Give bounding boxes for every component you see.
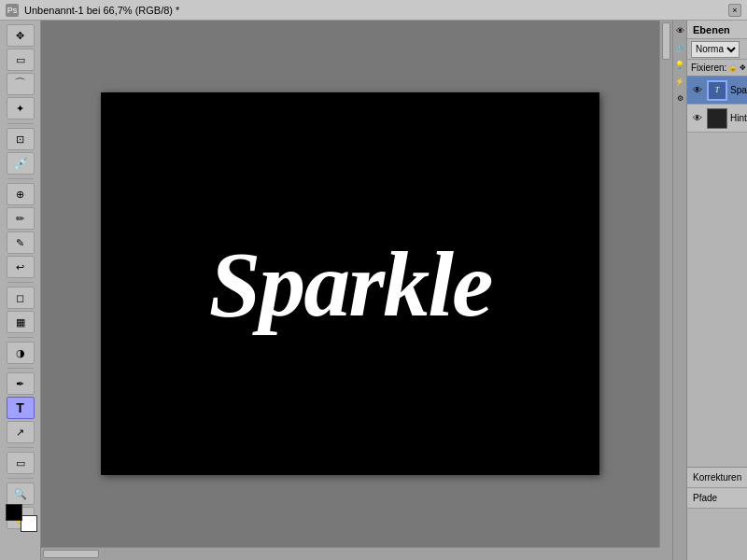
layer-thumbnail-text: T: [707, 80, 727, 101]
panel-icon-link[interactable]: 🔗: [673, 41, 686, 54]
close-button[interactable]: ×: [728, 4, 741, 17]
tool-history-brush[interactable]: ↩: [7, 256, 35, 278]
tool-clone-stamp[interactable]: ✎: [7, 231, 35, 254]
layers-title: Ebenen: [693, 24, 730, 35]
tool-magic-wand[interactable]: ✦: [7, 97, 35, 119]
right-panel-inner: 👁 🔗 💡 ⚡ ⚙ Ebenen Normal Fixieren: 🔒 ✥: [673, 21, 747, 560]
title-bar: Ps Unbenannt-1 bei 66,7% (RGB/8) * ×: [0, 0, 747, 21]
layer-visibility-eye[interactable]: 👁: [691, 84, 704, 97]
separator: [7, 368, 34, 369]
tool-crop[interactable]: ⊡: [7, 128, 35, 150]
tool-dodge[interactable]: ◑: [7, 342, 35, 364]
tool-type[interactable]: T: [7, 397, 35, 419]
canvas-document[interactable]: Sparkle: [101, 92, 599, 475]
left-toolbar: ✥ ▭ ⌒ ✦ ⊡ 💉 ⊕ ✏ ✎ ↩ ◻ ▦ ◑ ✒ T ↗ ▭ 🔍 ✋: [0, 21, 41, 560]
scrollbar-corner: [659, 547, 672, 560]
tool-pen[interactable]: ✒: [7, 372, 35, 395]
right-side-icon-bar: 👁 🔗 💡 ⚡ ⚙: [673, 21, 687, 560]
layer-name-bg: Hintergrund: [730, 113, 747, 123]
tool-lasso[interactable]: ⌒: [7, 73, 35, 95]
separator: [7, 178, 34, 179]
pfade-label: Pfade: [693, 493, 717, 503]
separator: [7, 123, 34, 124]
blend-mode-select[interactable]: Normal: [691, 41, 740, 58]
background-color-swatch[interactable]: [21, 515, 37, 532]
tool-path-select[interactable]: ↗: [7, 421, 35, 443]
layer-thumbnail-bg: [707, 108, 727, 129]
scroll-thumb-vertical[interactable]: [662, 22, 670, 60]
korrekturen-panel-header[interactable]: Korrekturen: [687, 468, 747, 488]
scroll-thumb-horizontal[interactable]: [43, 550, 99, 558]
right-main: Ebenen Normal Fixieren: 🔒 ✥ 👁 T Sparkle: [687, 21, 747, 560]
layer-item-text[interactable]: 👁 T Sparkle: [687, 77, 747, 105]
layer-visibility-eye-bg[interactable]: 👁: [691, 112, 704, 125]
tool-move[interactable]: ✥: [7, 24, 35, 47]
pfade-panel-header[interactable]: Pfade: [687, 488, 747, 509]
tool-eraser[interactable]: ◻: [7, 287, 35, 309]
tool-eyedropper[interactable]: 💉: [7, 152, 35, 175]
tool-spot-heal[interactable]: ⊕: [7, 183, 35, 205]
tool-brush[interactable]: ✏: [7, 207, 35, 230]
canvas-area: Sparkle: [41, 21, 672, 560]
tool-gradient[interactable]: ▦: [7, 311, 35, 333]
canvas-wrapper: Sparkle: [50, 30, 650, 538]
scrollbar-horizontal[interactable]: [41, 547, 659, 560]
color-boxes: [6, 504, 37, 532]
layers-panel: Ebenen Normal Fixieren: 🔒 ✥ 👁 T Sparkle: [687, 21, 747, 467]
scrollbar-vertical[interactable]: [659, 21, 672, 547]
tool-shape[interactable]: ▭: [7, 452, 35, 474]
tool-zoom[interactable]: 🔍: [7, 483, 35, 505]
separator: [7, 478, 34, 479]
bottom-panels: Korrekturen Pfade: [687, 467, 747, 560]
separator: [7, 447, 34, 448]
layer-name-text: Sparkle: [730, 85, 747, 95]
layer-item-background[interactable]: 👁 Hintergrund: [687, 105, 747, 133]
separator: [7, 282, 34, 283]
app-icon: Ps: [6, 4, 19, 17]
panel-icon-settings[interactable]: ⚙: [673, 91, 686, 105]
panel-icon-eye[interactable]: 👁: [673, 24, 686, 37]
canvas-sparkle-text: Sparkle: [209, 231, 492, 338]
document-title: Unbenannt-1 bei 66,7% (RGB/8) *: [24, 5, 723, 16]
panel-icon-light[interactable]: 💡: [673, 58, 686, 71]
separator: [7, 337, 34, 338]
foreground-color-swatch[interactable]: [6, 504, 22, 521]
layers-list: 👁 T Sparkle 👁 Hintergrund: [687, 77, 747, 467]
layers-panel-header: Ebenen: [687, 21, 747, 39]
blend-mode-row: Normal: [687, 39, 747, 60]
tool-marquee-rect[interactable]: ▭: [7, 49, 35, 71]
fixieren-move-icon[interactable]: ✥: [740, 63, 746, 72]
fixieren-row: Fixieren: 🔒 ✥: [687, 60, 747, 77]
panel-icon-usb[interactable]: ⚡: [673, 75, 686, 88]
right-panel: 👁 🔗 💡 ⚡ ⚙ Ebenen Normal Fixieren: 🔒 ✥: [672, 21, 747, 560]
fixieren-label: Fixieren:: [691, 63, 726, 73]
fixieren-lock-icon[interactable]: 🔒: [728, 63, 738, 72]
korrekturen-label: Korrekturen: [693, 472, 741, 483]
